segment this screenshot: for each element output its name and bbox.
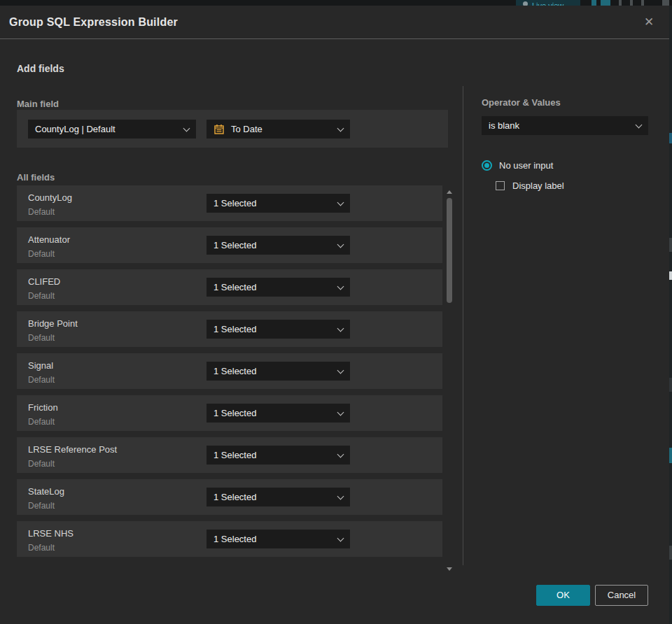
group-sql-expression-builder-dialog: Group SQL Expression Builder ✕ Add field… [0, 6, 669, 624]
field-row: LRSE NHS Default 1 Selected [17, 521, 442, 557]
field-sub-label: Default [28, 375, 55, 385]
live-view-label: Live view [532, 1, 564, 6]
field-selection-dropdown[interactable]: 1 Selected [206, 446, 350, 465]
main-field-label: Main field [17, 99, 59, 109]
field-name: Attenuator [28, 234, 70, 245]
chevron-down-icon [337, 241, 344, 248]
operator-dropdown[interactable]: is blank [482, 116, 648, 135]
chevron-down-icon [337, 409, 344, 416]
field-selection-dropdown[interactable]: 1 Selected [206, 320, 350, 339]
field-row: CLIFED Default 1 Selected [17, 269, 442, 305]
background-fragment [669, 448, 672, 463]
add-fields-heading: Add fields [17, 63, 64, 74]
radio-selected-icon [482, 160, 492, 171]
chevron-down-icon [183, 125, 190, 132]
field-name: Friction [28, 402, 58, 413]
field-row: StateLog Default 1 Selected [17, 479, 442, 515]
scrollbar-thumb[interactable] [447, 198, 452, 303]
field-name: LRSE Reference Post [28, 444, 117, 455]
cancel-button[interactable]: Cancel [595, 585, 648, 606]
field-selection-dropdown[interactable]: 1 Selected [206, 362, 350, 381]
chevron-down-icon [337, 492, 344, 499]
toolbar-icon-fragment [630, 0, 633, 6]
field-sub-label: Default [28, 501, 55, 511]
field-sub-label: Default [28, 333, 55, 343]
field-row: Attenuator Default 1 Selected [17, 227, 442, 263]
panel-divider [463, 86, 463, 565]
chevron-down-icon [337, 325, 344, 332]
checkbox-unchecked-icon [496, 181, 505, 190]
field-name: Bridge Point [28, 318, 78, 329]
display-label-checkbox[interactable]: Display label [496, 180, 564, 191]
fields-scrollbar[interactable] [446, 189, 453, 572]
field-row: Friction Default 1 Selected [17, 395, 442, 431]
toolbar-icon-fragment [601, 0, 610, 6]
background-fragment [669, 378, 672, 392]
field-selection-value: 1 Selected [214, 282, 256, 292]
no-user-input-label: No user input [499, 160, 553, 171]
radio-dot [484, 163, 489, 168]
background-fragment [669, 133, 672, 143]
field-sub-label: Default [28, 291, 55, 301]
field-sub-label: Default [28, 249, 55, 259]
toolbar-icon-fragment [619, 0, 622, 6]
chevron-down-icon [337, 125, 344, 132]
chevron-down-icon [337, 283, 344, 290]
field-row: Signal Default 1 Selected [17, 353, 442, 389]
main-field-dropdown-value: CountyLog | Default [35, 124, 115, 134]
field-selection-dropdown[interactable]: 1 Selected [206, 488, 350, 506]
chevron-down-icon [337, 451, 344, 458]
field-name: CLIFED [28, 276, 60, 287]
toolbar-icon-fragment [592, 0, 596, 6]
field-sub-label: Default [28, 207, 55, 217]
field-selection-value: 1 Selected [214, 324, 256, 334]
dialog-header: Group SQL Expression Builder ✕ [0, 6, 669, 39]
toolbar-icon-fragment [641, 0, 644, 6]
field-selection-dropdown[interactable]: 1 Selected [206, 194, 350, 213]
field-selection-value: 1 Selected [214, 450, 256, 460]
field-selection-value: 1 Selected [214, 534, 256, 544]
operator-dropdown-value: is blank [489, 120, 519, 131]
field-selection-value: 1 Selected [214, 492, 256, 502]
all-fields-label: All fields [17, 172, 55, 183]
ok-button[interactable]: OK [536, 585, 590, 606]
date-field-dropdown[interactable]: To Date [206, 120, 350, 139]
field-selection-value: 1 Selected [214, 366, 256, 376]
field-name: StateLog [28, 486, 64, 497]
field-sub-label: Default [28, 417, 55, 427]
calendar-icon [214, 124, 225, 135]
close-icon[interactable]: ✕ [640, 14, 657, 31]
background-fragment [669, 238, 672, 252]
toolbar-icon-fragment [662, 0, 669, 6]
main-field-container: CountyLog | Default To Date [17, 110, 448, 148]
field-selection-value: 1 Selected [214, 198, 256, 208]
live-view-toggle[interactable]: Live view [516, 0, 580, 6]
background-fragment [669, 546, 672, 560]
chevron-down-icon [337, 367, 344, 374]
field-selection-dropdown[interactable]: 1 Selected [206, 404, 350, 423]
scroll-down-icon[interactable] [447, 567, 452, 571]
operator-values-label: Operator & Values [482, 97, 561, 108]
background-app-edge [669, 6, 672, 624]
scroll-up-icon[interactable] [447, 190, 452, 194]
field-row: Bridge Point Default 1 Selected [17, 311, 442, 347]
field-sub-label: Default [28, 459, 55, 469]
field-name: Signal [28, 360, 53, 371]
field-selection-dropdown[interactable]: 1 Selected [206, 530, 350, 548]
field-selection-dropdown[interactable]: 1 Selected [206, 236, 350, 255]
chevron-down-icon [636, 121, 643, 128]
display-label-text: Display label [512, 180, 564, 191]
no-user-input-radio[interactable]: No user input [482, 160, 553, 171]
field-selection-value: 1 Selected [214, 240, 256, 250]
chevron-down-icon [337, 534, 344, 541]
background-fragment [669, 271, 672, 280]
background-app-toolbar: Live view [0, 0, 672, 6]
field-name: CountyLog [28, 192, 72, 203]
field-selection-dropdown[interactable]: 1 Selected [206, 278, 350, 297]
field-selection-value: 1 Selected [214, 408, 256, 418]
field-row: LRSE Reference Post Default 1 Selected [17, 437, 442, 473]
main-field-dropdown[interactable]: CountyLog | Default [28, 120, 196, 139]
all-fields-list: CountyLog Default 1 Selected Attenuator … [17, 185, 442, 563]
dialog-title: Group SQL Expression Builder [9, 16, 178, 29]
date-field-dropdown-value: To Date [231, 124, 262, 134]
